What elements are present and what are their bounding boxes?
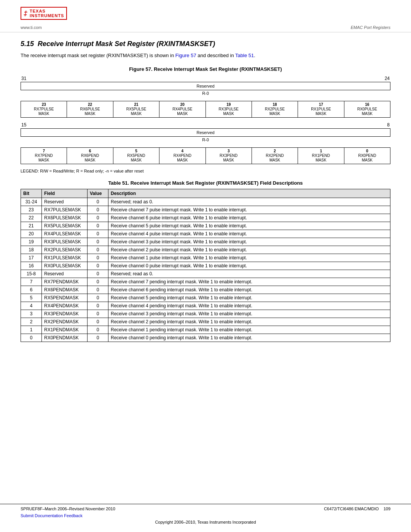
- reserved-31-24: Reserved: [21, 82, 390, 90]
- cell-value: 0: [88, 302, 108, 310]
- cell-field: RX6PENDMASK: [42, 286, 88, 294]
- cell-value: 0: [88, 198, 108, 206]
- cell-value: 0: [88, 230, 108, 238]
- cell-desc: Receive channel 0 pending interrupt mask…: [108, 334, 390, 342]
- cell-field: RX2PULSEMASK: [42, 246, 88, 254]
- cell-desc: Receive channel 1 pending interrupt mask…: [108, 326, 390, 334]
- cell-value: 0: [88, 270, 108, 278]
- cell-desc: Receive channel 4 pulse interrupt mask. …: [108, 230, 390, 238]
- reg-section-23-16: 23RX7PULSEMASK 22RX6PULSEMASK 21RX5PULSE…: [21, 101, 390, 118]
- table-row: 20 RX4PULSEMASK 0 Receive channel 4 puls…: [21, 230, 390, 238]
- figure-title: Figure 57. Receive Interrupt Mask Set Re…: [21, 66, 390, 72]
- bit-31: 31: [21, 76, 26, 81]
- cell-value: 0: [88, 294, 108, 302]
- cell-field: RX3PENDMASK: [42, 310, 88, 318]
- cell-value: 0: [88, 246, 108, 254]
- cell-desc: Receive channel 3 pulse interrupt mask. …: [108, 238, 390, 246]
- table-link[interactable]: Table 51: [235, 53, 254, 58]
- table-row: 6 RX6PENDMASK 0 Receive channel 6 pendin…: [21, 286, 390, 294]
- reg-cell-3: 3RX3PENDMASK: [206, 148, 252, 164]
- cell-desc: Receive channel 0 pulse interrupt mask. …: [108, 262, 390, 270]
- feedback-link[interactable]: Submit Documentation Feedback: [21, 513, 83, 518]
- cell-value: 0: [88, 310, 108, 318]
- cell-bit: 15-8: [21, 270, 42, 278]
- reg-cell-1: 1RX1PENDMASK: [298, 148, 344, 164]
- cell-value: 0: [88, 214, 108, 222]
- figure-link[interactable]: Figure 57: [175, 53, 196, 58]
- cell-desc: Receive channel 6 pulse interrupt mask. …: [108, 214, 390, 222]
- reg-cell-21: 21RX5PULSEMASK: [113, 101, 159, 118]
- table-row: 16 RX0PULSEMASK 0 Receive channel 0 puls…: [21, 262, 390, 270]
- footer-copyright: Copyright 2006–2010, Texas Instruments I…: [21, 520, 390, 524]
- top-bar: www.ti.com EMAC Port Registers: [0, 23, 411, 32]
- bit-15: 15: [21, 122, 26, 128]
- cell-desc: Reserved; read as 0.: [108, 198, 390, 206]
- table-row: 21 RX5PULSEMASK 0 Receive channel 5 puls…: [21, 222, 390, 230]
- reg-cell-23: 23RX7PULSEMASK: [21, 101, 67, 118]
- cell-desc: Receive channel 2 pending interrupt mask…: [108, 318, 390, 326]
- cell-bit: 5: [21, 294, 42, 302]
- reg-cell-5: 5RX5PENDMASK: [113, 148, 159, 164]
- reg-cell-18: 18RX2PULSEMASK: [252, 101, 298, 118]
- reserved-15-8: Reserved: [21, 128, 390, 137]
- cell-bit: 4: [21, 302, 42, 310]
- section-label: EMAC Port Registers: [350, 25, 390, 30]
- table-row: 1 RX1PENDMASK 0 Receive channel 1 pendin…: [21, 326, 390, 334]
- table-row: 19 RX3PULSEMASK 0 Receive channel 3 puls…: [21, 238, 390, 246]
- table-row: 3 RX3PENDMASK 0 Receive channel 3 pendin…: [21, 310, 390, 318]
- reg-cell-16: 16RX0PULSEMASK: [344, 101, 390, 118]
- table-row: 0 RX0PENDMASK 0 Receive channel 0 pendin…: [21, 334, 390, 342]
- cell-field: Reserved: [42, 270, 88, 278]
- cell-desc: Reserved; read as 0.: [108, 270, 390, 278]
- footer-row1: SPRUEF8F–March 2006–Revised November 201…: [21, 506, 390, 511]
- page-footer: SPRUEF8F–March 2006–Revised November 201…: [0, 504, 411, 524]
- reg-cells-23-16: 23RX7PULSEMASK 22RX6PULSEMASK 21RX5PULSE…: [21, 101, 390, 118]
- table-title: Table 51. Receive Interrupt Mask Set Reg…: [21, 180, 390, 186]
- cell-desc: Receive channel 5 pending interrupt mask…: [108, 294, 390, 302]
- cell-field: RX6PULSEMASK: [42, 214, 88, 222]
- col-field: Field: [42, 189, 88, 198]
- cell-value: 0: [88, 286, 108, 294]
- field-table: Bit Field Value Description 31-24 Reserv…: [21, 189, 390, 342]
- footer-left: SPRUEF8F–March 2006–Revised November 201…: [21, 506, 115, 511]
- table-row: 5 RX5PENDMASK 0 Receive channel 5 pendin…: [21, 294, 390, 302]
- col-value: Value: [88, 189, 108, 198]
- main-content: 5.15 Receive Interrupt Mask Set Register…: [0, 32, 411, 350]
- cell-field: RX5PULSEMASK: [42, 222, 88, 230]
- footer-page: 109: [384, 506, 390, 511]
- cell-bit: 21: [21, 222, 42, 230]
- website-url: www.ti.com: [21, 25, 42, 30]
- cell-desc: Receive channel 2 pulse interrupt mask. …: [108, 246, 390, 254]
- cell-desc: Receive channel 7 pending interrupt mask…: [108, 278, 390, 286]
- table-row: 15-8 Reserved 0 Reserved; read as 0.: [21, 270, 390, 278]
- cell-bit: 17: [21, 254, 42, 262]
- cell-value: 0: [88, 262, 108, 270]
- cell-value: 0: [88, 238, 108, 246]
- logo-line2: Instruments: [30, 13, 64, 18]
- cell-value: 0: [88, 206, 108, 214]
- cell-field: Reserved: [42, 198, 88, 206]
- reg-cell-0: 0RX0PENDMASK: [344, 148, 390, 164]
- reg-cell-22: 22RX6PULSEMASK: [67, 101, 113, 118]
- table-row: 4 RX4PENDMASK 0 Receive channel 4 pendin…: [21, 302, 390, 310]
- cell-field: RX0PULSEMASK: [42, 262, 88, 270]
- cell-bit: 0: [21, 334, 42, 342]
- reg-cells-7-0: 7RX7PENDMASK 6RX6PENDMASK 5RX5PENDMASK 4…: [21, 147, 390, 164]
- cell-desc: Receive channel 3 pending interrupt mask…: [108, 310, 390, 318]
- col-bit: Bit: [21, 189, 42, 198]
- cell-bit: 6: [21, 286, 42, 294]
- logo-line1: Texas: [30, 9, 64, 13]
- reg-cell-20: 20RX4PULSEMASK: [159, 101, 206, 118]
- reg-label-15-8: 15 8: [21, 122, 390, 128]
- table-row: 31-24 Reserved 0 Reserved; read as 0.: [21, 198, 390, 206]
- bit-8: 8: [387, 122, 390, 128]
- table-row: 7 RX7PENDMASK 0 Receive channel 7 pendin…: [21, 278, 390, 286]
- legend-text: LEGEND: R/W = Read/Write; R = Read only;…: [21, 169, 390, 173]
- cell-field: RX4PENDMASK: [42, 302, 88, 310]
- cell-bit: 23: [21, 206, 42, 214]
- table-row: 18 RX2PULSEMASK 0 Receive channel 2 puls…: [21, 246, 390, 254]
- logo-area: ‡ Texas Instruments: [21, 7, 67, 20]
- cell-bit: 31-24: [21, 198, 42, 206]
- r0-15-8: R-0: [21, 137, 390, 143]
- reg-section-31-24: 31 24 Reserved R-0: [21, 76, 390, 96]
